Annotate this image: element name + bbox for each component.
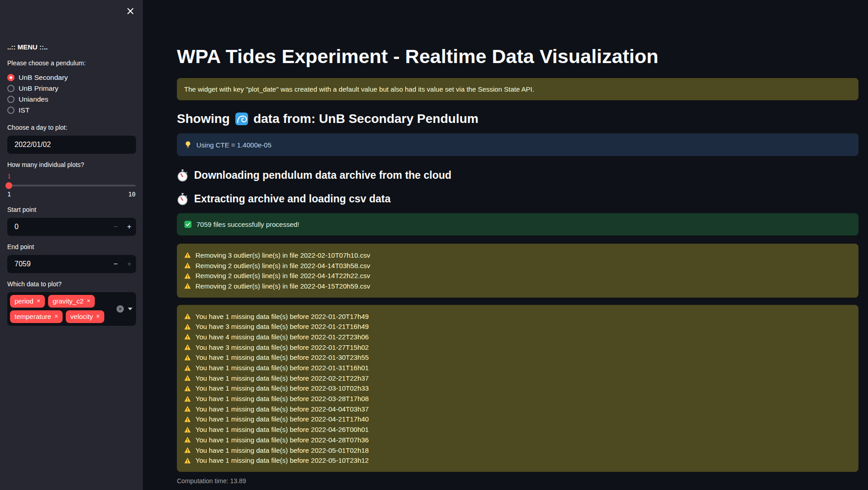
radio-option-ist[interactable]: IST	[7, 106, 136, 115]
app-root: ..:: MENU ::.. Please choose a pendulum:…	[0, 0, 868, 485]
tag-velocity[interactable]: velocity ×	[66, 310, 104, 323]
check-square-icon	[184, 220, 192, 228]
warning-triangle-icon	[184, 385, 191, 392]
end-point-label: End point	[7, 243, 136, 250]
outlier-warning-box: Removing 3 outlier(s) line(s) in file 20…	[177, 244, 858, 298]
stopwatch-icon	[177, 169, 188, 181]
missing-file-warning-line: You have 1 missing data file(s) before 2…	[184, 353, 851, 363]
date-label: Choose a day to plot:	[7, 124, 136, 131]
tag-period[interactable]: period ×	[10, 295, 45, 308]
warning-triangle-icon	[184, 436, 191, 443]
radio-label: UnB Primary	[19, 84, 59, 93]
warning-triangle-icon	[184, 447, 191, 453]
showing-heading-pre: Showing	[177, 112, 230, 126]
tag-gravity-c2[interactable]: gravity_c2 ×	[48, 295, 95, 308]
radio-unselected-icon	[7, 96, 15, 103]
missing-file-warning-line: You have 4 missing data file(s) before 2…	[184, 332, 851, 342]
warning-triangle-icon	[184, 333, 191, 340]
outlier-warning-line: Removing 2 outlier(s) line(s) in file 20…	[184, 260, 851, 271]
warning-line-text: You have 1 missing data file(s) before 2…	[195, 446, 369, 455]
end-point-value: 7059	[15, 260, 109, 268]
tag-temperature[interactable]: temperature ×	[10, 310, 63, 323]
wave-icon	[235, 112, 249, 126]
warning-line-text: You have 1 missing data file(s) before 2…	[195, 394, 369, 403]
tag-label: velocity	[70, 312, 93, 321]
menu-title: ..:: MENU ::..	[7, 43, 136, 51]
slider-minmax: 1 10	[7, 191, 136, 198]
page-title: WPA Tides Experiment - Realtime Data Vis…	[177, 44, 858, 68]
date-input[interactable]: 2022/01/02	[7, 136, 136, 154]
radio-option-unb-primary[interactable]: UnB Primary	[7, 84, 136, 93]
missing-file-warning-line: You have 1 missing data file(s) before 2…	[184, 393, 851, 404]
session-state-warning-box: The widget with key "plot_date" was crea…	[177, 78, 858, 100]
warning-line-text: You have 1 missing data file(s) before 2…	[195, 425, 369, 434]
data-multiselect[interactable]: period × gravity_c2 × temperature × velo…	[7, 292, 136, 326]
success-text: 7059 files successfully processed!	[196, 220, 299, 229]
start-increment-button[interactable]: +	[122, 223, 136, 231]
showing-heading: Showing data from: UnB Secondary Pendulu…	[177, 112, 858, 126]
warning-triangle-icon	[184, 344, 191, 350]
missing-file-warning-line: You have 1 missing data file(s) before 2…	[184, 455, 851, 466]
start-point-input[interactable]: 0 − +	[7, 218, 136, 236]
remove-tag-icon[interactable]: ×	[54, 312, 58, 321]
chevron-down-icon[interactable]	[128, 308, 132, 310]
end-increment-button[interactable]: +	[122, 260, 136, 268]
sidebar-close-button[interactable]	[123, 4, 137, 18]
clear-all-icon[interactable]: ×	[117, 305, 124, 313]
missing-file-warning-line: You have 1 missing data file(s) before 2…	[184, 311, 851, 322]
remove-tag-icon[interactable]: ×	[96, 312, 100, 321]
start-decrement-button[interactable]: −	[109, 223, 122, 231]
warning-triangle-icon	[184, 365, 191, 371]
radio-option-uniandes[interactable]: Uniandes	[7, 95, 136, 104]
multiselect-label: Which data to plot?	[7, 280, 136, 288]
end-point-input[interactable]: 7059 − +	[7, 255, 136, 273]
remove-tag-icon[interactable]: ×	[87, 296, 90, 306]
warning-line-text: Removing 2 outlier(s) line(s) in file 20…	[195, 271, 370, 280]
missing-file-warning-line: You have 1 missing data file(s) before 2…	[184, 363, 851, 373]
end-decrement-button[interactable]: −	[109, 260, 122, 268]
computation-time: Computation time: 13.89	[177, 477, 858, 485]
warning-triangle-icon	[184, 252, 191, 258]
cte-info-box: Using CTE = 1.4000e-05	[177, 133, 858, 156]
warning-triangle-icon	[184, 273, 191, 279]
warning-line-text: You have 3 missing data file(s) before 2…	[195, 343, 369, 352]
pendulum-radio-group: UnB Secondary UnB Primary Uniandes IST	[7, 73, 136, 115]
step-extracting-text: Extracting archive and loading csv data	[194, 192, 390, 206]
plots-slider[interactable]: 1 1 10	[7, 173, 136, 198]
warning-line-text: You have 1 missing data file(s) before 2…	[195, 312, 369, 321]
radio-selected-icon	[7, 74, 15, 81]
missing-files-warning-box: You have 1 missing data file(s) before 2…	[177, 305, 858, 472]
warning-triangle-icon	[184, 457, 191, 464]
slider-value: 1	[7, 173, 136, 180]
warning-line-text: Removing 3 outlier(s) line(s) in file 20…	[195, 250, 370, 260]
warning-line-text: You have 1 missing data file(s) before 2…	[195, 353, 369, 362]
warning-triangle-icon	[184, 375, 191, 381]
radio-label: UnB Secondary	[19, 74, 68, 82]
warning-triangle-icon	[184, 313, 191, 319]
step-downloading-heading: Downloading pendulum data archive from t…	[177, 168, 858, 182]
date-value: 2022/01/02	[15, 141, 51, 149]
missing-file-warning-line: You have 1 missing data file(s) before 2…	[184, 373, 851, 383]
success-box: 7059 files successfully processed!	[177, 213, 858, 235]
slider-thumb[interactable]	[5, 182, 12, 189]
warning-triangle-icon	[184, 354, 191, 361]
radio-label: Uniandes	[19, 95, 49, 103]
warning-triangle-icon	[184, 396, 191, 402]
missing-file-warning-line: You have 1 missing data file(s) before 2…	[184, 445, 851, 456]
start-point-value: 0	[15, 223, 109, 231]
tag-label: period	[15, 296, 34, 306]
warning-triangle-icon	[184, 283, 191, 289]
remove-tag-icon[interactable]: ×	[37, 296, 40, 306]
stopwatch-icon	[177, 193, 188, 205]
warning-line-text: You have 1 missing data file(s) before 2…	[195, 383, 369, 393]
missing-file-warning-line: You have 1 missing data file(s) before 2…	[184, 383, 851, 394]
missing-file-warning-line: You have 1 missing data file(s) before 2…	[184, 414, 851, 425]
radio-unselected-icon	[7, 107, 15, 114]
radio-label: IST	[19, 106, 29, 114]
tag-label: gravity_c2	[53, 296, 83, 306]
slider-track[interactable]	[7, 185, 136, 186]
pendulum-label: Please choose a pendulum:	[7, 59, 136, 67]
missing-file-warning-line: You have 3 missing data file(s) before 2…	[184, 342, 851, 353]
radio-unselected-icon	[7, 85, 15, 92]
radio-option-unb-secondary[interactable]: UnB Secondary	[7, 73, 136, 82]
